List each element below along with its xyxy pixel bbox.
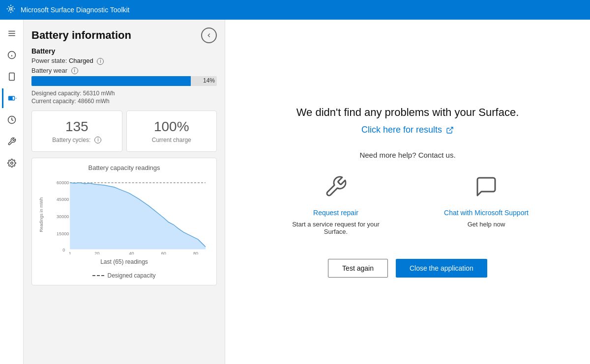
- nav-menu[interactable]: [2, 24, 22, 43]
- power-state-label: Power state:: [31, 57, 67, 64]
- panel-content: Battery Power state: Charged i Battery w…: [24, 47, 225, 364]
- battery-chart-card: Battery capacity readings Readings in mW…: [31, 158, 217, 285]
- battery-section-label: Battery: [31, 47, 217, 55]
- svg-text:60: 60: [161, 252, 166, 254]
- test-again-button[interactable]: Test again: [328, 259, 388, 278]
- request-repair-link[interactable]: Request repair: [313, 209, 358, 217]
- left-panel: Battery information Battery Power state:…: [24, 20, 225, 364]
- help-text: Need more help? Contact us.: [359, 151, 455, 159]
- svg-text:1: 1: [69, 252, 71, 254]
- chat-option: Chat with Microsoft Support Get help now: [444, 175, 529, 235]
- battery-wear-section: Battery wear i 14%: [31, 67, 217, 86]
- wrench-icon: [324, 175, 348, 203]
- battery-cycles-card: 135 Battery cycles: i: [31, 111, 122, 152]
- battery-wear-label: Battery wear: [31, 67, 67, 74]
- svg-rect-10: [9, 97, 13, 100]
- current-charge-label: Current charge: [133, 137, 211, 143]
- power-state-row: Power state: Charged i: [31, 57, 217, 65]
- designed-capacity-row: Designed capacity: 56310 mWh: [31, 90, 217, 97]
- chat-support-link[interactable]: Chat with Microsoft Support: [444, 209, 529, 217]
- panel-title: Battery information: [31, 29, 131, 42]
- results-link[interactable]: Click here for results: [361, 125, 454, 135]
- battery-chart-svg: Readings in mWh 60000 45000 30000 15000 …: [38, 175, 210, 254]
- svg-text:Readings in mWh: Readings in mWh: [39, 197, 44, 232]
- close-application-button[interactable]: Close the application: [396, 259, 487, 278]
- current-charge-card: 100% Current charge: [126, 111, 217, 152]
- repair-description: Start a service request for your Surface…: [287, 221, 385, 235]
- battery-wear-label-row: Battery wear i: [31, 67, 217, 75]
- capacity-info: Designed capacity: 56310 mWh Current cap…: [31, 90, 217, 105]
- current-capacity-row: Current capacity: 48660 mWh: [31, 98, 217, 105]
- svg-point-0: [10, 7, 12, 10]
- title-bar: Microsoft Surface Diagnostic Toolkit: [0, 0, 590, 20]
- result-heading: We didn't find any problems with your Su…: [296, 106, 519, 119]
- repair-option: Request repair Start a service request f…: [287, 175, 385, 235]
- chart-area: Readings in mWh 60000 45000 30000 15000 …: [38, 175, 210, 256]
- app-body: Battery information Battery Power state:…: [0, 20, 590, 364]
- external-link-icon: [446, 126, 454, 134]
- power-state-info-icon[interactable]: i: [97, 58, 104, 65]
- chart-title: Battery capacity readings: [38, 164, 210, 171]
- chat-icon: [474, 175, 498, 203]
- nav-tools[interactable]: [2, 132, 22, 151]
- legend-label: Designed capacity: [107, 272, 155, 279]
- battery-wear-bar-fill: [31, 76, 191, 86]
- legend-dash: [92, 275, 104, 276]
- nav-info[interactable]: [2, 45, 22, 65]
- svg-text:15000: 15000: [57, 231, 69, 236]
- battery-wear-info-icon[interactable]: i: [71, 67, 78, 74]
- svg-text:40: 40: [129, 252, 134, 254]
- battery-cycles-label: Battery cycles: i: [38, 137, 116, 143]
- svg-text:0: 0: [62, 248, 65, 253]
- cycles-info-icon[interactable]: i: [94, 137, 101, 143]
- nav-settings[interactable]: [2, 153, 22, 173]
- svg-line-26: [449, 127, 453, 131]
- svg-text:80: 80: [193, 252, 198, 254]
- current-charge-value: 100%: [133, 119, 211, 135]
- panel-header: Battery information: [24, 20, 225, 47]
- stats-cards: 135 Battery cycles: i 100% Current charg…: [31, 111, 217, 152]
- nav-clock[interactable]: [2, 110, 22, 130]
- results-link-text: Click here for results: [361, 125, 442, 135]
- battery-cycles-value: 135: [38, 119, 116, 135]
- legend-designed-capacity: Designed capacity: [92, 272, 155, 279]
- nav-battery[interactable]: [2, 88, 22, 108]
- chart-legend: Designed capacity: [38, 269, 210, 279]
- right-panel: We didn't find any problems with your Su…: [225, 20, 590, 364]
- nav-device[interactable]: [2, 67, 22, 86]
- action-buttons: Test again Close the application: [328, 259, 487, 278]
- svg-rect-7: [9, 73, 14, 81]
- help-options: Request repair Start a service request f…: [287, 175, 529, 235]
- svg-point-12: [10, 162, 13, 165]
- battery-wear-percent-label: 14%: [203, 77, 215, 84]
- battery-wear-bar-container: 14%: [31, 76, 217, 86]
- app-title: Microsoft Surface Diagnostic Toolkit: [21, 6, 130, 14]
- chart-footer: Last (65) readings: [38, 258, 210, 265]
- svg-text:45000: 45000: [57, 197, 69, 202]
- power-state-value: Charged: [69, 57, 93, 64]
- svg-text:30000: 30000: [57, 214, 69, 219]
- app-icon: [6, 4, 16, 16]
- chart-x-label: Last (65) readings: [100, 258, 148, 265]
- nav-sidebar: [0, 20, 24, 364]
- svg-text:60000: 60000: [57, 180, 69, 185]
- back-button[interactable]: [201, 28, 217, 43]
- svg-text:20: 20: [94, 252, 99, 254]
- chat-description: Get help now: [468, 221, 505, 228]
